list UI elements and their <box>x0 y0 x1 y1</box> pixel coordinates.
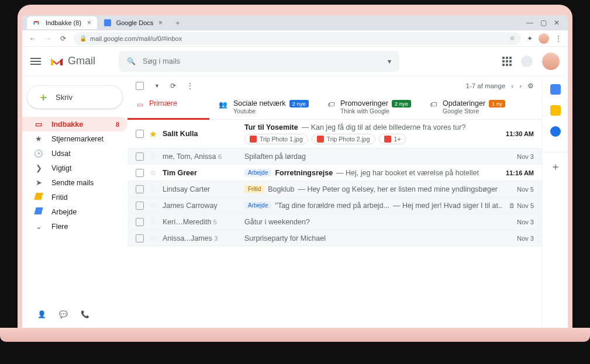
message-row[interactable]: ☆ Anissa...James 3 Surpriseparty for Mic… <box>127 230 542 247</box>
svg-rect-0 <box>104 19 111 26</box>
tab-label: Google Docs <box>116 19 154 26</box>
reload-button[interactable]: ⟳ <box>58 34 68 43</box>
message-row[interactable]: ☆ Tim Greer Arbejde Forretningsrejse — H… <box>127 165 542 181</box>
chevron-down-icon: ⌄ <box>34 222 43 231</box>
select-dropdown-icon[interactable]: ▼ <box>154 83 160 89</box>
message-row[interactable]: ★ Salit Kulla Tur til Yosemite — Kan jeg… <box>127 120 542 148</box>
browser-tab-docs[interactable]: Google Docs × <box>98 16 168 29</box>
category-tabs: ▭ Primære 👥 Sociale netværk2 nye Youtube… <box>127 93 542 120</box>
main-menu-button[interactable] <box>30 58 41 65</box>
bookmark-star-icon[interactable]: ☆ <box>509 34 515 42</box>
star-icon[interactable]: ☆ <box>150 234 157 242</box>
window-close-icon[interactable]: ✕ <box>554 19 560 27</box>
close-icon[interactable]: × <box>87 19 91 27</box>
folder-label: Flere <box>51 223 68 231</box>
attachment-chip[interactable]: Trip Photo 1.jpg <box>244 134 308 144</box>
keep-icon[interactable] <box>550 105 561 116</box>
message-date: Nov 3 <box>517 219 534 226</box>
compose-button[interactable]: ＋ Skriv <box>27 85 123 109</box>
row-checkbox[interactable] <box>136 202 144 210</box>
message-row[interactable]: ☆ James Carroway Arbejde "Tag dine foræl… <box>127 197 542 214</box>
sidebar-item-indbakke[interactable]: ▭ Indbakke 8 <box>22 117 127 131</box>
image-icon <box>250 136 257 143</box>
profile-avatar-icon[interactable] <box>539 33 549 44</box>
back-button[interactable]: ← <box>28 34 37 43</box>
hangouts-icon[interactable]: 💬 <box>59 310 68 318</box>
star-icon[interactable]: ☆ <box>150 217 157 226</box>
category-tab-promoveringer[interactable]: 🏷 Promoveringer2 nye Think with Google <box>318 93 420 119</box>
refresh-button[interactable]: ⟳ <box>170 82 176 90</box>
row-checkbox[interactable] <box>136 185 144 193</box>
prev-page-button[interactable]: ‹ <box>511 82 513 89</box>
search-box[interactable]: 🔍 ▾ <box>119 51 399 72</box>
category-title: Opdateringer <box>443 99 485 108</box>
addons-plus-icon[interactable]: ＋ <box>543 152 568 174</box>
row-checkbox[interactable] <box>136 169 144 177</box>
select-all-checkbox[interactable] <box>136 82 144 90</box>
new-tab-button[interactable]: ＋ <box>170 18 186 28</box>
apps-grid-icon[interactable] <box>502 57 512 66</box>
contacts-icon[interactable]: 👤 <box>37 310 46 318</box>
inbox-icon: ▭ <box>137 100 143 109</box>
extensions-icon[interactable]: ✦ <box>527 34 533 43</box>
forward-button[interactable]: → <box>43 34 53 43</box>
search-options-icon[interactable]: ▾ <box>388 57 391 65</box>
category-tab-primære[interactable]: ▭ Primære <box>127 93 209 119</box>
star-icon[interactable]: ☆ <box>150 201 157 210</box>
category-badge: 2 nye <box>392 100 411 108</box>
category-badge: 2 nye <box>289 100 309 108</box>
docs-favicon-icon <box>104 19 111 26</box>
sidebar-item-udsat[interactable]: 🕒 Udsat <box>22 146 127 161</box>
gmail-logo[interactable]: Gmail <box>49 55 95 67</box>
sidebar-item-fritid[interactable]: Fritid <box>22 190 127 204</box>
image-icon <box>317 136 324 143</box>
star-icon[interactable]: ☆ <box>150 168 157 177</box>
message-row[interactable]: ☆ me, Tom, Anissa 6 Spilaften på lørdag … <box>127 148 542 165</box>
account-avatar[interactable] <box>542 53 560 70</box>
star-icon[interactable]: ☆ <box>150 185 157 193</box>
sender-name: Lindsay Carter <box>163 185 239 193</box>
message-subject: Bogklub <box>268 185 294 193</box>
search-input[interactable] <box>143 57 381 65</box>
attachment-chip[interactable]: 1+ <box>379 134 406 144</box>
window-minimize-icon[interactable]: — <box>526 19 533 27</box>
calendar-icon[interactable] <box>550 84 561 95</box>
row-checkbox[interactable] <box>136 218 144 226</box>
row-checkbox[interactable] <box>136 234 144 242</box>
browser-tab-gmail[interactable]: Indbakke (8) × <box>27 16 97 29</box>
main-panel: ▼ ⟳ ⋮ 1-7 af mange ‹ › ⚙ ▭ Primære 👥 Soc… <box>127 76 542 329</box>
star-icon[interactable]: ★ <box>150 130 157 138</box>
sidebar-item-arbejde[interactable]: Arbejde <box>22 204 127 219</box>
row-checkbox[interactable] <box>136 152 144 161</box>
category-tab-sociale-netværk[interactable]: 👥 Sociale netværk2 nye Youtube <box>209 93 318 119</box>
sidebar-item-vigtigt[interactable]: ❯ Vigtigt <box>22 161 127 175</box>
sidebar-item-sendte-mails[interactable]: ➤ Sendte mails <box>22 175 127 190</box>
more-actions-button[interactable]: ⋮ <box>187 82 194 90</box>
close-icon[interactable]: × <box>158 19 163 27</box>
row-checkbox[interactable] <box>136 130 144 138</box>
window-maximize-icon[interactable]: ▢ <box>540 19 547 27</box>
star-icon[interactable]: ☆ <box>150 152 157 161</box>
browser-menu-icon[interactable]: ⋮ <box>555 34 562 43</box>
sidebar-item-flere[interactable]: ⌄ Flere <box>22 219 127 234</box>
address-bar[interactable]: 🔒 mail.google.com/mail/u/0/#inbox ☆ <box>74 32 521 45</box>
settings-gear-icon[interactable]: ⚙ <box>527 82 534 90</box>
message-subject: Tur til Yosemite <box>244 123 298 131</box>
url-text: mail.google.com/mail/u/0/#inbox <box>90 35 182 42</box>
compose-label: Skriv <box>56 93 73 102</box>
phone-icon[interactable]: 📞 <box>81 310 89 318</box>
message-subject: Surpriseparty for Michael <box>244 234 326 242</box>
image-icon <box>384 136 391 143</box>
plus-icon: ＋ <box>38 90 49 104</box>
next-page-button[interactable]: › <box>519 82 522 89</box>
category-tab-opdateringer[interactable]: 🏷 Opdateringer1 ny Google Store <box>420 93 515 119</box>
message-row[interactable]: ☆ Lindsay Carter Fritid Bogklub — Hey Pe… <box>127 181 542 197</box>
tasks-icon[interactable] <box>550 126 561 137</box>
message-row[interactable]: ☆ Keri…Meredith 5 Gåtur i weekenden? Nov… <box>127 214 542 230</box>
sidebar-item-stjernemarkeret[interactable]: ★ Stjernemarkeret <box>22 131 127 146</box>
message-date: Nov 3 <box>517 153 534 160</box>
notifications-icon[interactable] <box>521 56 533 67</box>
attachment-chip[interactable]: Trip Photo 2.jpg <box>312 134 375 144</box>
message-date: 11:16 AM <box>506 169 534 176</box>
lock-icon: 🔒 <box>80 35 87 41</box>
